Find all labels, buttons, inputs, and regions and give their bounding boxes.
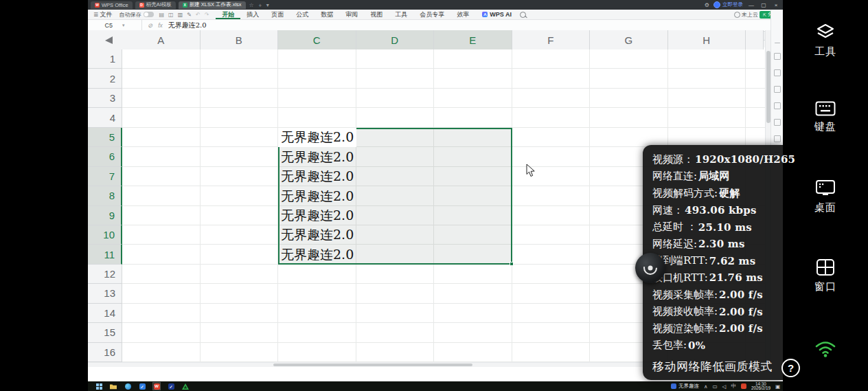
tab-list-caret-icon[interactable]: ▾ — [266, 2, 269, 8]
tray-expand-icon[interactable]: ∧ — [704, 383, 708, 390]
cell-C7[interactable]: 无界趣连2.0 — [281, 168, 354, 184]
app-green-button[interactable] — [182, 383, 189, 390]
taskbar-clock[interactable]: 14:30 2026/2/19 — [751, 382, 770, 391]
start-button[interactable] — [95, 383, 102, 390]
tray-red-app-icon[interactable] — [741, 383, 746, 389]
fx-icon[interactable]: fx — [158, 22, 163, 29]
row-header-1[interactable]: 1 — [88, 49, 122, 69]
horizontal-scroll-thumb[interactable] — [273, 364, 472, 366]
row-header-3[interactable]: 3 — [88, 89, 122, 108]
panel-icon[interactable] — [774, 53, 781, 60]
row-header-5[interactable]: 5 — [88, 128, 122, 147]
column-header-H[interactable]: H — [668, 30, 746, 49]
menu-tab-会员专享[interactable]: 会员专享 — [413, 10, 450, 19]
tab-document[interactable]: X 新建 XLSX 工作表.xlsx — [179, 1, 246, 9]
row-header-6[interactable]: 6 — [88, 147, 122, 166]
menu-tab-插入[interactable]: 插入 — [240, 10, 265, 19]
redo-icon[interactable]: ↷ — [205, 12, 209, 18]
row-header-14[interactable]: 14 — [88, 304, 122, 323]
menu-tab-视图[interactable]: 视图 — [364, 10, 389, 19]
fill-handle[interactable] — [510, 262, 514, 266]
row-header-9[interactable]: 9 — [88, 206, 122, 225]
app-navy-check-button[interactable]: ✓ — [168, 383, 174, 390]
display-icon[interactable]: ▭ — [713, 383, 718, 390]
save-icon[interactable]: ▤ — [159, 12, 165, 18]
assistive-floating-ball[interactable] — [635, 253, 665, 283]
column-header-partial[interactable] — [746, 30, 764, 49]
panel-icon[interactable] — [774, 102, 781, 109]
column-header-C[interactable]: C — [278, 30, 356, 49]
row-header-12[interactable]: 12 — [88, 265, 122, 284]
help-button[interactable]: ? — [781, 359, 800, 377]
menu-tab-开始[interactable]: 开始 — [216, 10, 240, 19]
rail-item-desktop[interactable]: 桌面 — [783, 179, 868, 214]
panel-icon[interactable] — [774, 69, 781, 76]
browser-button[interactable] — [124, 383, 131, 390]
column-header-B[interactable]: B — [201, 30, 279, 49]
menu-tab-数据[interactable]: 数据 — [315, 10, 339, 19]
volume-icon[interactable]: ◁ — [722, 383, 727, 390]
row-header-15[interactable]: 15 — [88, 323, 122, 342]
cancel-icon[interactable]: ⊘ — [148, 22, 152, 29]
ime-indicator[interactable]: 中 — [731, 383, 736, 390]
favorite-star-icon[interactable]: ☆ — [249, 2, 254, 8]
close-button[interactable]: × — [772, 2, 780, 8]
notification-icon[interactable]: ▣ — [775, 383, 780, 390]
rail-item-windows[interactable]: 窗口 — [783, 258, 868, 293]
rail-item-keyboard[interactable]: 键盘 — [783, 101, 868, 133]
cell-C8[interactable]: 无界趣连2.0 — [281, 188, 354, 204]
formula-value[interactable]: 无界趣连2.0 — [168, 21, 207, 30]
file-explorer-button[interactable] — [110, 383, 117, 390]
panel-icon[interactable] — [775, 43, 780, 43]
undo-icon[interactable]: ↶ — [196, 12, 201, 18]
tab-docer[interactable]: D 稻壳AI模板 — [135, 1, 176, 9]
panel-icon[interactable] — [774, 135, 781, 142]
new-tab-button[interactable]: ＋ — [258, 1, 263, 9]
cell-C6[interactable]: 无界趣连2.0 — [281, 149, 354, 165]
row-header-11[interactable]: 11 — [88, 245, 122, 264]
cell-C11[interactable]: 无界趣连2.0 — [281, 247, 354, 262]
app-blue-check-button[interactable]: ✓ — [139, 383, 146, 390]
cell-C9[interactable]: 无界趣连2.0 — [281, 208, 354, 223]
column-header-F[interactable]: F — [512, 30, 591, 49]
column-header-G[interactable]: G — [590, 30, 668, 49]
row-header-7[interactable]: 7 — [88, 167, 122, 186]
menu-tab-公式[interactable]: 公式 — [290, 10, 315, 19]
menu-tab-页面[interactable]: 页面 — [265, 10, 290, 19]
row-header-13[interactable]: 13 — [88, 284, 122, 303]
name-box[interactable]: C5 ▾ — [88, 20, 142, 31]
panel-icon[interactable] — [774, 86, 781, 93]
cell-C5[interactable]: 无界趣连2.0 — [281, 129, 354, 145]
restore-button[interactable]: ▢ — [760, 2, 768, 8]
column-header-A[interactable]: A — [122, 30, 201, 49]
tab-wps-home[interactable]: W WPS Office — [91, 1, 133, 9]
wps-ai-button[interactable]: A WPS AI — [482, 11, 512, 18]
panel-icon[interactable] — [774, 119, 781, 126]
rail-item-tools[interactable]: 工具 — [783, 23, 868, 58]
settings-gear-icon[interactable]: ⚙ — [705, 2, 709, 8]
row-header-4[interactable]: 4 — [88, 108, 122, 127]
select-all-corner[interactable] — [88, 30, 123, 50]
row-header-2[interactable]: 2 — [88, 69, 122, 88]
row-header-8[interactable]: 8 — [88, 186, 122, 205]
search-icon[interactable] — [520, 12, 526, 18]
menu-tab-效率[interactable]: 效率 — [450, 10, 475, 19]
column-header-E[interactable]: E — [434, 30, 512, 49]
format-painter-icon[interactable]: ✎ — [187, 12, 192, 18]
wps-taskbar-button[interactable]: W — [153, 383, 160, 390]
export-icon[interactable]: ◫ — [168, 12, 174, 18]
menu-tab-工具[interactable]: 工具 — [389, 10, 413, 19]
column-header-D[interactable]: D — [356, 30, 435, 49]
rail-item-network[interactable] — [783, 338, 868, 359]
cell-C10[interactable]: 无界趣连2.0 — [281, 227, 354, 243]
tray-app-button[interactable]: 无界趣连 — [671, 383, 699, 390]
menu-tab-审阅[interactable]: 审阅 — [339, 10, 364, 19]
minimize-button[interactable]: — — [747, 2, 755, 8]
row-header-16[interactable]: 16 — [88, 343, 122, 362]
print-icon[interactable]: ▥ — [178, 12, 183, 18]
login-button[interactable]: 立即登录 — [713, 1, 743, 8]
quick-access-icons: ▤◫▥✎↶↷ — [159, 12, 209, 18]
file-menu-button[interactable]: ≣ 文件 — [93, 10, 113, 19]
row-header-10[interactable]: 10 — [88, 225, 122, 245]
autosave-toggle[interactable] — [144, 12, 154, 17]
